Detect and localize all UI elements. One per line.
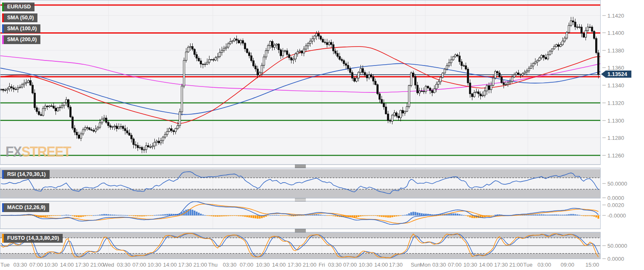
watermark-fx: FX — [5, 143, 21, 160]
x-tick-label: Sun — [411, 262, 420, 268]
legend-sma100-label: SMA (100,0) — [4, 24, 40, 33]
x-tick-label: 14:00 — [60, 262, 74, 268]
y-tick-label: 0.0000 — [607, 195, 624, 201]
watermark-street: STREET — [21, 143, 71, 160]
legend-macd-label: MACD (12,26,9) — [4, 203, 49, 212]
y-tick-label: 1.1380 — [607, 47, 624, 54]
legend-sma50[interactable]: SMA (50,0) — [2, 13, 37, 22]
x-tick-label: 14:00 — [163, 262, 177, 268]
x-tick-label: 10:30 — [44, 262, 58, 268]
x-tick-label: Tue — [523, 262, 533, 268]
x-tick-label: 21:00 — [90, 262, 104, 268]
legend-rsi-label: RSI (14,70,30,1) — [4, 170, 50, 179]
y-tick-label: 1.1340 — [607, 82, 624, 89]
panel-resize-handle[interactable] — [295, 198, 306, 202]
x-tick-label: Mon — [420, 262, 430, 268]
separator-rsi-macd — [0, 198, 601, 201]
x-tick-label: Thu — [208, 262, 217, 268]
x-tick-label: 21:00 — [509, 262, 523, 268]
x-tick-label: 10:30 — [148, 262, 162, 268]
x-tick-label: 03:30 — [328, 262, 342, 268]
y-tick-label: -0.0000 — [607, 212, 626, 219]
fxstreet-watermark: FXSTREET — [5, 143, 71, 160]
legend-instrument[interactable]: EUR/USD — [2, 3, 34, 11]
x-tick-label: 10:30 — [464, 262, 477, 268]
x-tick-label: 07:00 — [240, 262, 254, 268]
x-tick-label: 07:00 — [133, 262, 146, 268]
x-tick-label: 03:30 — [223, 262, 237, 268]
x-tick-label: 03:00 — [538, 262, 551, 268]
x-tick-label: 10:30 — [256, 262, 270, 268]
legend-rsi[interactable]: RSI (14,70,30,1) — [2, 170, 50, 179]
x-tick-label: Fri — [318, 262, 325, 268]
last-price-tag: 1.13524 — [601, 71, 631, 78]
chart-root: EUR/USD SMA (50,0) SMA (100,0) SMA (200,… — [0, 0, 644, 270]
separator-macd-stochastic — [0, 229, 601, 232]
separator-main-rsi — [0, 165, 601, 168]
x-tick-label: 14:00 — [479, 262, 493, 268]
legend-stochastic-label: FUSTO (14,3,3,80,20) — [4, 234, 63, 243]
legend-instrument-label: EUR/USD — [4, 3, 34, 11]
x-tick-label: 17:30 — [288, 262, 302, 268]
legend-sma100[interactable]: SMA (100,0) — [2, 24, 40, 33]
y-tick-label: 1.1320 — [607, 100, 624, 106]
legend-sma200-label: SMA (200,0) — [4, 35, 40, 44]
x-tick-label: 17:30 — [389, 262, 403, 268]
legend-macd[interactable]: MACD (12,26,9) — [2, 203, 49, 212]
y-tick-label: 50.0000 — [607, 243, 627, 249]
x-tick-label: 07:00 — [448, 262, 462, 268]
y-tick-label: 0.0020 — [607, 202, 624, 208]
y-tick-label: 1.1360 — [607, 65, 624, 71]
legend-stochastic[interactable]: FUSTO (14,3,3,80,20) — [2, 234, 63, 243]
y-tick-label: 1.1280 — [607, 135, 624, 141]
x-tick-label: 07:00 — [29, 262, 43, 268]
x-tick-label: 21:00 — [193, 262, 207, 268]
y-tick-label: 1.1420 — [607, 13, 624, 19]
x-tick-label: Tue — [0, 262, 10, 268]
x-tick-label: 17:30 — [494, 262, 508, 268]
panel-resize-handle[interactable] — [295, 229, 306, 232]
y-tick-label: 50.0000 — [607, 181, 627, 187]
x-tick-label: 03:30 — [13, 262, 27, 268]
y-tick-label: 0.0000 — [607, 256, 624, 262]
x-tick-label: 03:30 — [432, 262, 446, 268]
y-tick-label: 1.1400 — [607, 30, 624, 36]
y-tick-label: 1.1300 — [607, 118, 624, 124]
x-tick-label: 21:00 — [303, 262, 317, 268]
x-tick-label: 17:30 — [75, 262, 89, 268]
x-tick-label: 07:00 — [343, 262, 357, 268]
x-tick-label: 03:30 — [117, 262, 131, 268]
x-tick-label: 17:30 — [178, 262, 192, 268]
panel-resize-handle[interactable] — [295, 165, 306, 168]
x-tick-label: 14:00 — [272, 262, 286, 268]
x-tick-label: 09:00 — [561, 262, 575, 268]
x-tick-label: 10:30 — [359, 262, 373, 268]
legend-sma200[interactable]: SMA (200,0) — [2, 35, 40, 44]
x-tick-label: 15:00 — [586, 262, 599, 268]
y-tick-label: 1.1260 — [607, 152, 624, 159]
x-tick-label: 14:00 — [374, 262, 388, 268]
x-tick-label: Wed — [103, 262, 114, 268]
legend-sma50-label: SMA (50,0) — [4, 13, 37, 22]
